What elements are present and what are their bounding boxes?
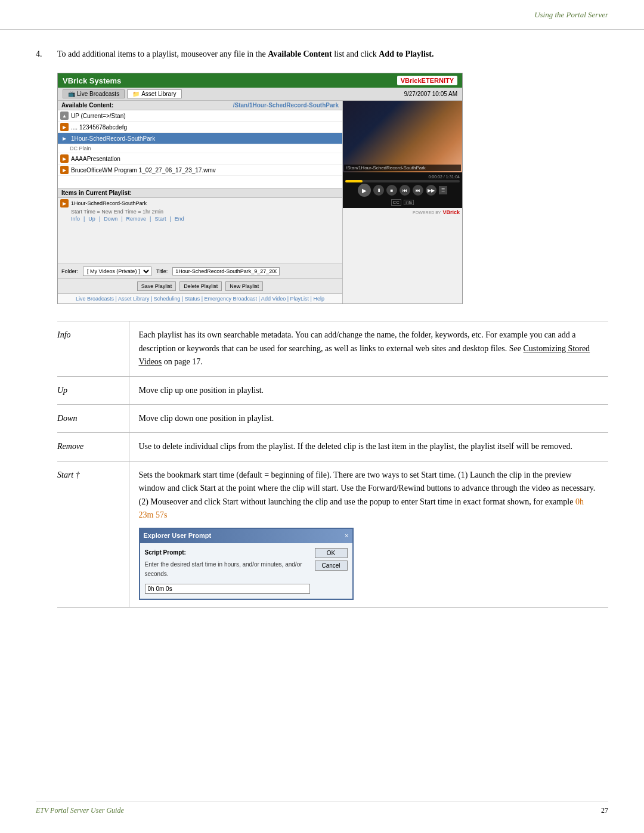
pause-button[interactable]: ⏸: [373, 185, 384, 196]
portal-datetime: 9/27/2007 10:05 AM: [404, 91, 457, 97]
dialog-right: OK Cancel: [315, 548, 348, 594]
tab-asset[interactable]: 📁 Asset Library: [127, 89, 181, 98]
folder-label: Folder:: [61, 268, 78, 274]
def-up: Move clip up one position in playlist.: [129, 376, 608, 404]
dialog-ok-button[interactable]: OK: [315, 548, 348, 558]
folder-select[interactable]: [ My Videos (Private) ]: [83, 267, 151, 276]
playlist-controls: Info | Up | Down | Remove | Start | End: [58, 216, 342, 222]
forward-button[interactable]: ⏭: [413, 185, 423, 196]
ctrl-up[interactable]: Up: [88, 216, 95, 222]
asset-icon: 📁: [132, 91, 140, 97]
folder-icon: ▲: [60, 112, 69, 120]
title-label: Title:: [156, 268, 168, 274]
dialog-cancel-button[interactable]: Cancel: [315, 561, 348, 571]
video-thumbnail: /Stan/1Hour-SchedRecord-SouthPark: [343, 101, 462, 172]
term-info: Info: [57, 321, 129, 376]
delete-playlist-button[interactable]: Delete Playlist: [179, 281, 222, 291]
new-playlist-button[interactable]: New Playlist: [225, 281, 263, 291]
tab-asset-label: Asset Library: [141, 91, 176, 97]
stop-button[interactable]: ■: [386, 185, 397, 196]
portal-nav-links[interactable]: Live Broadcasts | Asset Library | Schedu…: [58, 293, 342, 304]
table-row-up: Up Move clip up one position in playlist…: [57, 376, 608, 404]
play-button[interactable]: ▶: [358, 184, 371, 197]
term-down: Down: [57, 404, 129, 432]
table-row-start: Start † Sets the bookmark start time (de…: [57, 461, 608, 608]
customizing-link[interactable]: Customizing Stored Videos: [139, 344, 590, 366]
step-text: To add additional items to a playlist, m…: [57, 48, 434, 61]
page-number: 27: [601, 806, 608, 815]
def-start: Sets the bookmark start time (default = …: [129, 461, 608, 608]
script-desc: Enter the desired start time in hours, a…: [145, 560, 310, 579]
cc-button[interactable]: CC: [391, 199, 402, 206]
video-progress-fill: [345, 180, 363, 182]
path-label: /Stan/1Hour-SchedRecord-SouthPark: [233, 102, 339, 109]
list-item[interactable]: ▲ UP (Current=>/Stan): [58, 110, 342, 122]
definitions-table: Info Each playlist has its own searchabl…: [57, 321, 608, 608]
dialog-titlebar: Explorer User Prompt ×: [140, 529, 352, 543]
playlist-item-label: 1Hour-SchedRecord-SouthPark: [71, 200, 147, 206]
def-info: Each playlist has its own searchable met…: [129, 321, 608, 376]
portal-folder-area: Folder: [ My Videos (Private) ] Title:: [58, 264, 342, 278]
portal-logo: VBrickETERNITY: [397, 76, 457, 85]
list-item[interactable]: DC Plain: [58, 144, 342, 153]
dialog-close-button[interactable]: ×: [345, 531, 348, 541]
video-controls: 0:00:02 / 1:31:04 ▶ ⏸ ■ ⏮ ⏭ ▶▶ ☰ CC: [343, 172, 462, 208]
script-label: Script Prompt:: [145, 548, 310, 558]
video-icon: ▶: [60, 166, 69, 174]
powered-label: POWERED BY: [413, 210, 441, 215]
step-bold1: Available Content: [268, 49, 332, 58]
def-start-part1: Sets the bookmark start time (default = …: [139, 470, 596, 506]
ctrl-down[interactable]: Down: [104, 216, 117, 222]
rewind-button[interactable]: ⏮: [400, 185, 410, 196]
list-item[interactable]: ▶ .... 12345678abcdefg: [58, 122, 342, 133]
video-time: 0:00:02 / 1:31:04: [345, 175, 460, 179]
step-number: 4.: [36, 48, 50, 61]
live-icon: 📺: [68, 91, 75, 97]
available-content-label: Available Content: /Stan/1Hour-SchedReco…: [58, 101, 342, 110]
term-start: Start †: [57, 461, 129, 608]
next-button[interactable]: ▶▶: [426, 185, 436, 196]
def-remove: Use to delete individual clips from the …: [129, 433, 608, 461]
playlist-label: Items in Current Playlist:: [58, 188, 342, 198]
save-playlist-button[interactable]: Save Playlist: [137, 281, 177, 291]
ctrl-end[interactable]: End: [175, 216, 184, 222]
playlist-item[interactable]: ▶ 1Hour-SchedRecord-SouthPark: [58, 198, 342, 209]
portal-brand: VBrick Systems: [63, 76, 121, 85]
portal-header: VBrick Systems VBrickETERNITY: [58, 73, 462, 88]
list-item[interactable]: ▶ AAAAPresentation: [58, 153, 342, 165]
ctrl-remove[interactable]: Remove: [126, 216, 147, 222]
term-up: Up: [57, 376, 129, 404]
video-icon: ▶: [60, 123, 69, 131]
portal-body: Available Content: /Stan/1Hour-SchedReco…: [58, 101, 462, 304]
portal-tabs: 📺 Live Broadcasts 📁 Asset Library: [63, 89, 182, 98]
ctrl-start[interactable]: Start: [154, 216, 166, 222]
def-down: Move clip down one position in playlist.: [129, 404, 608, 432]
info2-button[interactable]: info: [404, 200, 414, 205]
step-4-paragraph: 4. To add additional items to a playlist…: [36, 48, 608, 61]
table-row-info: Info Each playlist has its own searchabl…: [57, 321, 608, 376]
dialog-title: Explorer User Prompt: [144, 531, 212, 541]
footer-left: ETV Portal Server User Guide: [36, 806, 124, 815]
table-row-down: Down Move clip down one position in play…: [57, 404, 608, 432]
portal-right-panel: /Stan/1Hour-SchedRecord-SouthPark 0:00:0…: [343, 101, 462, 304]
content-list[interactable]: ▲ UP (Current=>/Stan) ▶ .... 12345678abc…: [58, 110, 342, 188]
start-time-input[interactable]: [145, 584, 310, 594]
main-content: 4. To add additional items to a playlist…: [36, 30, 608, 608]
header-title: Using the Portal Server: [534, 10, 608, 20]
portal-action-buttons: Save Playlist Delete Playlist New Playli…: [58, 278, 342, 293]
term-remove: Remove: [57, 433, 129, 461]
video-progress-bar[interactable]: [345, 180, 460, 182]
tab-live[interactable]: 📺 Live Broadcasts: [63, 89, 125, 98]
cc-area: CC info: [391, 199, 414, 206]
title-input[interactable]: [172, 267, 280, 275]
playlist-item-icon: ▶: [60, 199, 69, 208]
menu-button[interactable]: ☰: [439, 186, 447, 194]
step-text-part1: To add additional items to a playlist, m…: [57, 49, 268, 58]
list-item[interactable]: ▶ BruceOfficeWM Program 1_02_27_06_17_23…: [58, 165, 342, 176]
portal-left-panel: Available Content: /Stan/1Hour-SchedReco…: [58, 101, 343, 304]
step-bold2: Add to Playlist.: [379, 49, 434, 58]
step-text-part2: list and click: [332, 49, 379, 58]
list-item-selected[interactable]: ▶ 1Hour-SchedRecord-SouthPark: [58, 133, 342, 144]
ctrl-info[interactable]: Info: [71, 216, 80, 222]
portal-screenshot: VBrick Systems VBrickETERNITY 📺 Live Bro…: [57, 73, 463, 304]
